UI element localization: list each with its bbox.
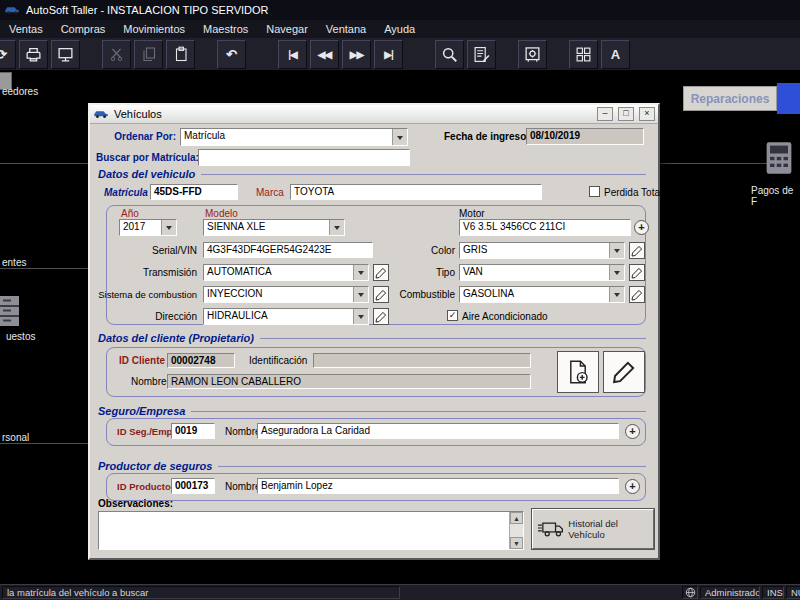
chevron-down-icon[interactable]	[609, 287, 624, 302]
buscar-matricula-input[interactable]	[198, 149, 410, 166]
id-seguro-field[interactable]: 0019	[171, 423, 215, 439]
undo-icon: ↶	[226, 47, 237, 62]
scroll-down-icon[interactable]: ▼	[510, 537, 523, 549]
chevron-down-icon[interactable]	[353, 287, 368, 302]
add-productor-button[interactable]: +	[625, 479, 640, 494]
new-cliente-button[interactable]	[557, 351, 599, 393]
edit-combustible-button[interactable]	[629, 286, 645, 303]
pagos-icon[interactable]	[764, 140, 794, 176]
maximize-button[interactable]: □	[618, 107, 634, 121]
nombre-productor-field[interactable]: Benjamin Lopez	[257, 478, 619, 494]
font-button[interactable]: A	[601, 40, 630, 69]
sidebar-item-personal[interactable]: rsonal	[2, 432, 29, 443]
serial-vin-label: Serial/VIN	[107, 245, 197, 256]
historial-vehiculo-button[interactable]: Historial del Vehículo	[532, 509, 654, 549]
observaciones-scrollbar[interactable]: ▲ ▼	[509, 512, 523, 549]
anio-dropdown[interactable]: 2017	[119, 219, 177, 236]
id-cliente-label: ID Cliente	[119, 355, 165, 366]
cliente-header-text: Datos del cliente (Propietario)	[98, 332, 254, 344]
chevron-down-icon[interactable]	[329, 220, 344, 235]
close-button[interactable]: ×	[639, 107, 655, 121]
search-button[interactable]	[435, 40, 464, 69]
transmision-value: AUTOMATICA	[204, 265, 353, 280]
pencil-icon	[631, 267, 643, 279]
ordenar-por-dropdown[interactable]: Matrícula	[180, 128, 408, 146]
edit-color-button[interactable]	[629, 242, 645, 259]
motor-field[interactable]: V6 3.5L 3456CC 211CI	[459, 219, 631, 236]
anio-value: 2017	[120, 220, 161, 235]
scroll-up-icon[interactable]: ▲	[510, 512, 523, 524]
tipo-dropdown[interactable]: VAN	[459, 264, 625, 281]
nombre-cliente-field: RAMON LEON CABALLERO	[167, 374, 531, 389]
edit-cliente-button[interactable]	[603, 351, 645, 393]
sistema-combustion-value: INYECCION	[204, 287, 353, 302]
refresh-button[interactable]: ⟳	[0, 40, 16, 69]
undo-button[interactable]: ↶	[217, 40, 246, 69]
reparaciones-button[interactable]: Reparaciones	[683, 86, 777, 111]
id-productor-field[interactable]: 000173	[171, 478, 215, 494]
sidebar-item-repuestos[interactable]: uestos	[6, 331, 35, 342]
monitor-icon	[57, 46, 74, 63]
paste-button[interactable]	[166, 40, 195, 69]
preview-button[interactable]	[51, 40, 80, 69]
menu-ventana[interactable]: Ventana	[317, 21, 375, 37]
menu-navegar[interactable]: Navegar	[257, 21, 317, 37]
menu-compras[interactable]: Compras	[52, 21, 115, 37]
form-edit-icon	[473, 46, 490, 63]
menu-ventas[interactable]: Ventas	[0, 21, 52, 37]
repuestos-icon[interactable]	[0, 295, 20, 327]
add-seguro-button[interactable]: +	[625, 424, 640, 439]
menu-ayuda[interactable]: Ayuda	[375, 21, 424, 37]
nav-last-button[interactable]: ▶|	[374, 40, 403, 69]
menu-maestros[interactable]: Maestros	[194, 21, 257, 37]
copy-button[interactable]	[134, 40, 163, 69]
perdida-total-checkbox[interactable]	[589, 186, 600, 197]
edit-tipo-button[interactable]	[629, 264, 645, 281]
pencil-icon	[631, 245, 643, 257]
matricula-field[interactable]: 45DS-FFD	[150, 184, 238, 200]
modelo-value: SIENNA XLE	[204, 220, 329, 235]
transmision-dropdown[interactable]: AUTOMATICA	[203, 264, 369, 281]
cards-button[interactable]	[569, 40, 598, 69]
nav-next-button[interactable]: ▶▶	[342, 40, 371, 69]
sistema-combustion-dropdown[interactable]: INYECCION	[203, 286, 369, 303]
add-motor-button[interactable]: +	[634, 220, 649, 235]
chevron-down-icon[interactable]	[609, 243, 624, 258]
observaciones-textarea[interactable]: ▲ ▼	[98, 511, 524, 550]
minimize-button[interactable]: –	[597, 107, 613, 121]
status-hint: la matrícula del vehículo a buscar	[2, 586, 400, 599]
nav-prev-icon: ◀◀	[318, 49, 331, 60]
printer-icon	[25, 46, 42, 63]
print-button[interactable]	[19, 40, 48, 69]
chevron-down-icon[interactable]	[392, 129, 407, 145]
chevron-down-icon[interactable]	[161, 220, 176, 235]
aire-acondicionado-checkbox[interactable]: ✓	[447, 310, 458, 321]
edit-form-button[interactable]	[467, 40, 496, 69]
edit-direccion-button[interactable]	[373, 308, 389, 325]
chevron-down-icon[interactable]	[609, 265, 624, 280]
combustible-dropdown[interactable]: GASOLINA	[459, 286, 625, 303]
buscar-matricula-label: Buscar por Matrícula:	[96, 152, 199, 163]
toolbar: ⟳ ↶ |◀ ◀◀ ▶▶ ▶| A	[0, 38, 800, 71]
nav-next-icon: ▶▶	[350, 49, 363, 60]
safe-button[interactable]	[518, 40, 547, 69]
fecha-ingreso-label: Fecha de ingreso	[444, 131, 524, 142]
sidebar-item-clientes[interactable]: entes	[2, 257, 26, 268]
chevron-down-icon[interactable]	[353, 309, 368, 324]
menu-movimientos[interactable]: Movimientos	[114, 21, 194, 37]
pagos-label: Pagos de F	[751, 185, 800, 207]
dialog-titlebar[interactable]: Vehículos – □ ×	[90, 105, 658, 124]
marca-field[interactable]: TOYOTA	[290, 184, 542, 200]
serial-vin-field[interactable]: 4G3F43DF4GER54G2423E	[203, 242, 373, 258]
sidebar-item-proveedores[interactable]: eedores	[2, 86, 38, 97]
cut-button[interactable]	[102, 40, 131, 69]
direccion-dropdown[interactable]: HIDRAULICA	[203, 308, 369, 325]
modelo-dropdown[interactable]: SIENNA XLE	[203, 219, 345, 236]
nav-prev-button[interactable]: ◀◀	[310, 40, 339, 69]
nombre-seguro-field[interactable]: Aseguradora La Caridad	[257, 423, 619, 439]
color-value: GRIS	[460, 243, 609, 258]
nombre-productor-label: Nombre	[225, 481, 261, 492]
chevron-down-icon[interactable]	[353, 265, 368, 280]
color-dropdown[interactable]: GRIS	[459, 242, 625, 259]
nav-first-button[interactable]: |◀	[278, 40, 307, 69]
